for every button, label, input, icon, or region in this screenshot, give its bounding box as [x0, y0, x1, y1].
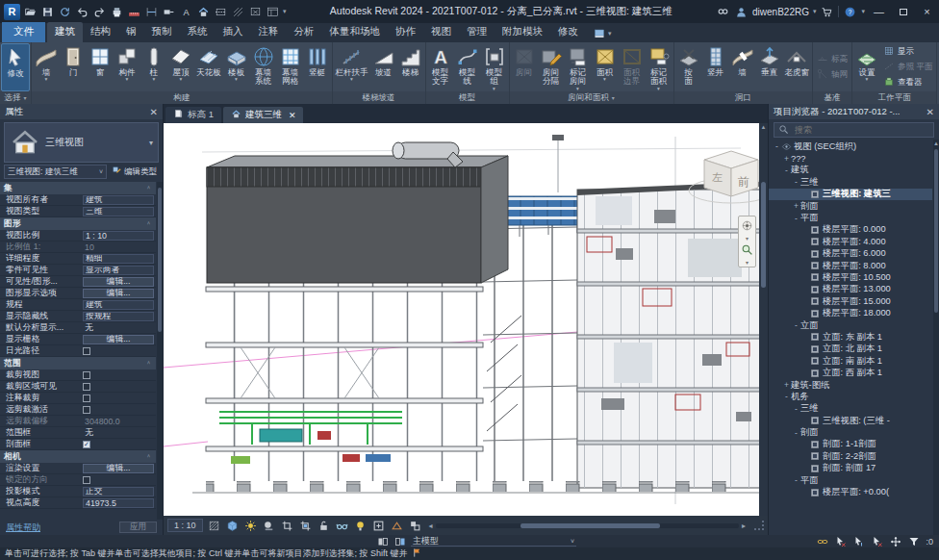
tree-item[interactable]: 楼层平面: +0.00( [769, 486, 932, 497]
resize-grip[interactable] [754, 521, 764, 530]
steering-wheel-icon[interactable] [741, 218, 753, 236]
property-value[interactable]: 正交 [83, 487, 154, 496]
dormer-button[interactable]: 老虎窗 [783, 43, 812, 91]
tag-room-button[interactable]: 标记房间▾ [565, 43, 592, 91]
tree-item[interactable]: -建筑 [769, 165, 932, 176]
crop-view-icon[interactable] [280, 519, 294, 533]
user-icon[interactable] [734, 5, 749, 19]
property-value[interactable]: 1 : 10 [83, 231, 154, 241]
tree-item[interactable]: 楼层平面: 4.000 [769, 236, 932, 247]
tree-expander-icon[interactable]: - [792, 404, 800, 414]
tree-item[interactable]: 楼层平面: 6.000 [769, 248, 932, 260]
zoom-menu-icon[interactable]: ▾ [746, 261, 749, 266]
ribbon-tab-5[interactable]: 系统 [180, 22, 216, 42]
tree-item[interactable]: +建筑-图纸 [769, 379, 932, 391]
tree-item[interactable]: 楼层平面: 8.000 [769, 260, 932, 271]
edit-button[interactable]: 编辑... [83, 289, 154, 298]
tree-item[interactable]: -平面 [769, 212, 932, 223]
ribbon-tab-1[interactable]: 建筑 [47, 22, 83, 42]
tree-expander-icon[interactable]: - [782, 392, 791, 401]
design-options-combo[interactable]: 主模型˅ [411, 536, 576, 547]
temporary-hide-isolate-icon[interactable] [335, 519, 349, 533]
property-group-header[interactable]: 相机＾ [0, 450, 156, 463]
username[interactable]: diwenB22RG [752, 7, 809, 17]
property-value[interactable]: 41973.5 [83, 498, 154, 508]
tree-item[interactable]: -剖面 [769, 426, 932, 438]
ribbon-tab-11[interactable]: 视图 [423, 22, 459, 42]
view-scale[interactable]: 1 : 10 [167, 519, 203, 532]
model-text-button[interactable]: A模型文字 [427, 43, 454, 91]
model-group-button[interactable]: 模型组▾ [481, 43, 508, 91]
redo-icon[interactable] [92, 5, 107, 19]
ribbon-tab-14[interactable]: 修改 [550, 22, 586, 42]
browser-search[interactable] [774, 122, 934, 138]
cart-icon[interactable] [820, 5, 834, 19]
scroll-right-icon[interactable]: ▸ [739, 522, 749, 530]
property-value[interactable]: 无 [83, 322, 95, 334]
tree-item[interactable]: 立面: 南 副本 1 [769, 355, 932, 367]
ribbon-tab-3[interactable]: 钢 [118, 22, 144, 42]
ribbon-cycle-icon[interactable]: ▾ [594, 28, 612, 42]
search-input[interactable] [793, 124, 929, 136]
tree-expander-icon[interactable]: - [792, 428, 800, 438]
unlocked-3d-icon[interactable] [317, 519, 331, 533]
sync-icon[interactable] [58, 5, 72, 19]
detail-level-icon[interactable] [207, 519, 221, 533]
checkbox[interactable]: ✓ [83, 441, 90, 448]
checkbox[interactable] [83, 406, 90, 414]
default-3d-icon[interactable] [196, 5, 211, 19]
edit-button[interactable]: 编辑... [83, 335, 154, 344]
minimize-button[interactable]: — [869, 3, 889, 20]
aligned-dimension-icon[interactable] [144, 5, 159, 19]
close-icon[interactable]: ✕ [150, 107, 158, 117]
tree-item[interactable]: -机务 [769, 391, 932, 402]
drag-on-selection-icon[interactable] [889, 535, 901, 547]
chevron-down-icon[interactable]: ▾ [149, 139, 158, 147]
tree-item[interactable]: 剖面: 2-2剖面 [769, 450, 932, 462]
tree-item[interactable]: +剖面 [769, 200, 932, 212]
temporary-view-properties-icon[interactable] [371, 519, 386, 533]
checkbox[interactable] [83, 476, 90, 484]
by-face-button[interactable]: 按面 [675, 43, 702, 91]
vertical-opening-button[interactable]: 垂直 [756, 43, 783, 91]
wall-button[interactable]: 墙▾ [33, 43, 60, 91]
tree-item[interactable]: 楼层平面: 13.000 [769, 284, 932, 295]
tag-icon[interactable] [162, 5, 176, 19]
ramp-button[interactable]: 坡道 [370, 43, 397, 91]
door-button[interactable]: 门 [60, 43, 87, 91]
text-icon[interactable]: A [179, 5, 193, 19]
tree-expander-icon[interactable]: + [782, 380, 791, 390]
reveal-hidden-icon[interactable] [353, 519, 368, 533]
tree-item[interactable]: 剖面: 剖面 17 [769, 463, 932, 474]
properties-help-link[interactable]: 属性帮助 [6, 522, 40, 534]
ribbon-tab-9[interactable]: 体量和场地 [322, 22, 389, 42]
drawing-canvas[interactable]: 左 前 ▾ ▾ ▲ [164, 123, 768, 516]
scroll-handle[interactable] [761, 182, 766, 288]
area-button[interactable]: 面积▾ [592, 43, 619, 91]
close-hidden-icon[interactable] [248, 5, 263, 19]
show-crop-icon[interactable] [298, 519, 313, 533]
tree-item[interactable]: 三维视图: (三维 - [769, 415, 932, 426]
select-pinned-icon[interactable] [852, 535, 865, 547]
tree-item[interactable]: 立面: 西 副本 1 [769, 367, 932, 378]
shadows-icon[interactable] [262, 519, 276, 533]
select-links-icon[interactable] [816, 535, 828, 547]
visual-style-icon[interactable] [225, 519, 240, 533]
column-button[interactable]: 柱▾ [140, 43, 167, 91]
set-workplane-button[interactable]: 设置▾ [853, 43, 880, 91]
small-button-7-0[interactable]: 显示 [883, 45, 932, 59]
help-icon[interactable]: ? [843, 5, 857, 19]
property-group-header[interactable]: 集＾ [0, 182, 156, 194]
close-view-icon[interactable]: ✕ [289, 111, 296, 120]
help-menu-icon[interactable]: ▾ [861, 8, 865, 15]
checkbox[interactable] [83, 383, 90, 391]
tree-expander-icon[interactable]: - [792, 214, 800, 223]
tree-item[interactable]: -三维 [769, 403, 932, 415]
window-button[interactable]: 窗 [87, 43, 114, 91]
property-value[interactable]: 显示两者 [83, 266, 154, 275]
ribbon-tab-4[interactable]: 预制 [144, 22, 180, 42]
tree-expander-icon[interactable]: - [773, 141, 781, 151]
print-icon[interactable] [110, 5, 124, 19]
edit-button[interactable]: 编辑... [83, 464, 154, 473]
tree-item[interactable]: 剖面: 1-1剖面 [769, 439, 932, 450]
